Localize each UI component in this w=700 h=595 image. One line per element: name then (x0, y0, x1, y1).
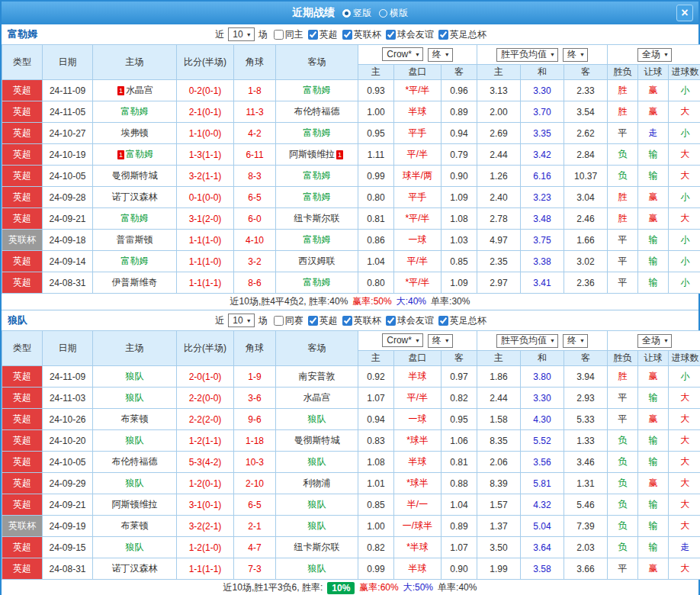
euro-draw-odds-cell: 3.30 (521, 388, 564, 409)
filter-checkbox-input[interactable] (438, 316, 448, 326)
column-header: 角球 (234, 45, 276, 80)
europe-time-select[interactable]: 终▼ (563, 48, 588, 62)
recent-count-select[interactable]: 10▼ (228, 27, 254, 41)
filter-checkbox-label[interactable]: 英联杯 (354, 28, 381, 41)
home-team-name: 狼队 (126, 542, 144, 552)
euro-home-odds-cell: 1.26 (477, 166, 521, 187)
vertical-layout-label[interactable]: 竖版 (353, 8, 371, 18)
odds-time-select[interactable]: 终▼ (428, 48, 453, 62)
away-odds-cell: 1.08 (442, 208, 477, 230)
filter-checkbox-2[interactable]: 英联杯 (342, 314, 381, 327)
goals-result-cell: 大 (669, 473, 700, 494)
away-team-cell: 布伦特福德 (276, 101, 358, 123)
result-cell: 平 (608, 388, 638, 409)
filter-checkbox-0[interactable]: 同赛 (274, 314, 303, 327)
table-row: 英超24-10-05布伦特福德5-3(4-2)10-3狼队1.08半球0.812… (2, 452, 700, 473)
euro-away-odds-cell: 1.66 (564, 230, 608, 251)
summary-segment: 单率:30% (431, 295, 470, 308)
filter-checkbox-label[interactable]: 英超 (319, 314, 338, 327)
home-team-name: 曼彻斯特城 (112, 170, 158, 181)
handicap-result-cell: 赢 (638, 366, 669, 388)
filter-checkbox-1[interactable]: 英超 (308, 314, 338, 327)
league-badge: 英超 (2, 452, 43, 473)
score-cell: 1-2(1-1) (177, 430, 234, 452)
goals-result-cell: 小 (669, 187, 700, 208)
odds-time-select[interactable]: 终▼ (428, 334, 453, 348)
home-team-cell: 富勒姆 (93, 208, 177, 230)
filter-checkbox-label[interactable]: 球会友谊 (397, 314, 434, 327)
filter-controls: 近10▼场同主英超英联杯球会友谊英足总杯 (214, 27, 486, 41)
filter-checkbox-label[interactable]: 英联杯 (354, 314, 381, 327)
home-odds-cell: 1.08 (358, 452, 394, 473)
sub-column-header: 主 (477, 351, 521, 366)
europe-time-select[interactable]: 终▼ (563, 334, 588, 348)
filter-checkbox-label[interactable]: 英足总杯 (450, 314, 486, 327)
score-cell: 3-2(2-1) (177, 516, 234, 537)
horizontal-layout-radio[interactable] (379, 9, 387, 18)
filter-checkbox-4[interactable]: 英足总杯 (438, 314, 486, 327)
filter-checkbox-label[interactable]: 同主 (285, 28, 303, 41)
horizontal-layout-label[interactable]: 横版 (390, 8, 408, 18)
euro-draw-odds-cell: 3.64 (521, 537, 564, 558)
dropdown-value: 终 (567, 334, 576, 347)
handicap-cell: 半球 (394, 101, 442, 123)
filter-checkbox-4[interactable]: 英足总杯 (438, 28, 486, 41)
close-button[interactable]: × (676, 5, 693, 21)
filter-checkbox-input[interactable] (308, 316, 318, 326)
handicap-result-cell: 输 (638, 452, 669, 473)
euro-home-odds-cell: 2.44 (477, 388, 521, 409)
league-badge: 英超 (2, 473, 43, 494)
filter-checkbox-3[interactable]: 球会友谊 (386, 314, 434, 327)
filter-checkbox-input[interactable] (342, 316, 352, 326)
column-header: 客场 (276, 331, 358, 366)
recent-count-select[interactable]: 10▼ (228, 314, 254, 327)
sub-column-header: 和 (521, 65, 564, 80)
corner-cell: 3-2 (234, 251, 276, 272)
dropdown-value: 终 (567, 48, 576, 61)
filter-checkbox-label[interactable]: 英足总杯 (450, 28, 486, 41)
filter-checkbox-input[interactable] (274, 30, 284, 40)
handicap-result-cell: 输 (638, 251, 669, 272)
home-team-cell: 曼彻斯特城 (93, 166, 177, 187)
filter-checkbox-1[interactable]: 英超 (308, 28, 338, 41)
summary-segment: 近10场,胜1平3负6, 胜率: (223, 581, 323, 594)
filter-checkbox-2[interactable]: 英联杯 (342, 28, 381, 41)
column-header: 客场 (276, 45, 358, 80)
euro-away-odds-cell: 2.36 (564, 272, 608, 294)
euro-away-odds-cell: 7.39 (564, 516, 608, 537)
recent-results-panel: 近期战绩竖版横版 × 富勒姆近10▼场同主英超英联杯球会友谊英足总杯类型日期主场… (0, 0, 700, 595)
filter-checkbox-0[interactable]: 同主 (274, 28, 303, 41)
away-team-cell: 南安普敦 (276, 366, 358, 388)
filter-checkbox-3[interactable]: 球会友谊 (386, 28, 434, 41)
filter-checkbox-label[interactable]: 同赛 (285, 314, 303, 327)
home-team-name: 狼队 (126, 392, 144, 403)
handicap-result-cell: 赢 (638, 558, 669, 580)
league-badge: 英超 (2, 494, 43, 516)
match-scope-select[interactable]: 全场▼ (637, 48, 672, 62)
filter-checkbox-input[interactable] (438, 30, 448, 40)
handicap-result-cell: 走 (638, 123, 669, 144)
filter-checkbox-label[interactable]: 球会友谊 (397, 28, 434, 41)
home-odds-cell: 0.83 (358, 430, 394, 452)
vertical-layout-radio[interactable] (342, 9, 351, 18)
europe-odds-select[interactable]: 胜平负均值▼ (496, 334, 558, 348)
odds-company-select[interactable]: Crow*▼ (382, 47, 423, 61)
corner-cell: 4-10 (234, 230, 276, 251)
handicap-cell: 半球 (394, 452, 442, 473)
dropdown-value: 终 (432, 334, 442, 347)
corner-cell: 9-6 (234, 409, 276, 430)
filter-checkbox-input[interactable] (308, 30, 318, 40)
away-team-name: 富勒姆 (303, 234, 331, 245)
away-team-name: 狼队 (308, 499, 326, 510)
filter-checkbox-label[interactable]: 英超 (319, 28, 338, 41)
europe-odds-select[interactable]: 胜平负均值▼ (496, 48, 558, 62)
score-cell: 1-2(0-1) (177, 473, 234, 494)
home-team-cell: 布伦特福德 (93, 452, 177, 473)
match-scope-select[interactable]: 全场▼ (637, 334, 672, 348)
odds-company-select[interactable]: Crow*▼ (382, 333, 423, 347)
filter-checkbox-input[interactable] (274, 316, 284, 326)
chevron-down-icon: ▼ (550, 338, 555, 343)
filter-checkbox-input[interactable] (342, 30, 352, 40)
filter-checkbox-input[interactable] (386, 316, 396, 326)
filter-checkbox-input[interactable] (386, 30, 396, 40)
